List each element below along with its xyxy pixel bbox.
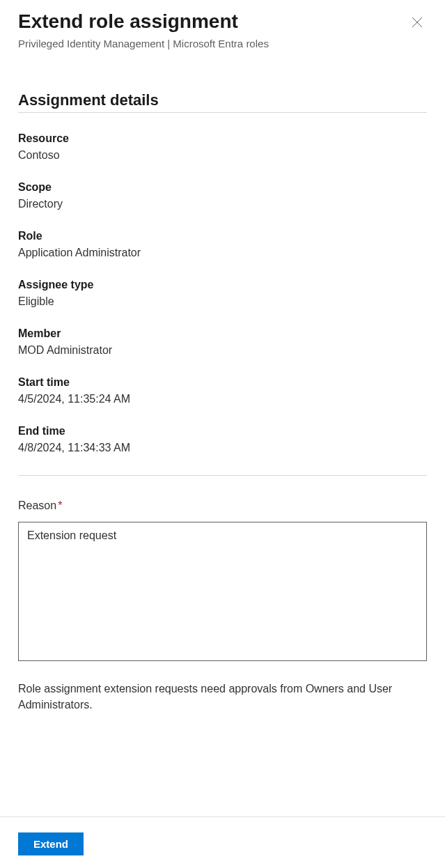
field-label-end-time: End time <box>18 425 427 437</box>
field-label-reason: Reason* <box>18 499 427 512</box>
field-value-scope: Directory <box>18 198 427 210</box>
field-role: Role Application Administrator <box>18 230 427 259</box>
section-title-assignment-details: Assignment details <box>18 91 427 113</box>
close-icon <box>412 17 423 28</box>
reason-textarea[interactable] <box>18 522 427 661</box>
close-button[interactable] <box>407 13 427 34</box>
field-reason: Reason* <box>18 499 427 664</box>
panel-header: Extend role assignment Privileged Identi… <box>18 10 427 49</box>
field-scope: Scope Directory <box>18 181 427 210</box>
panel-footer: Extend <box>0 816 445 868</box>
panel-title: Extend role assignment <box>18 10 407 33</box>
field-value-resource: Contoso <box>18 149 427 162</box>
approval-info-text: Role assignment extension requests need … <box>18 681 427 713</box>
field-label-resource: Resource <box>18 132 427 145</box>
field-label-start-time: Start time <box>18 376 427 389</box>
divider <box>18 475 427 476</box>
required-indicator: * <box>58 499 62 511</box>
field-value-start-time: 4/5/2024, 11:35:24 AM <box>18 393 427 405</box>
extend-button[interactable]: Extend <box>18 832 84 855</box>
field-value-member: MOD Administrator <box>18 344 427 357</box>
field-value-assignee-type: Eligible <box>18 295 427 308</box>
field-value-end-time: 4/8/2024, 11:34:33 AM <box>18 442 427 454</box>
field-end-time: End time 4/8/2024, 11:34:33 AM <box>18 425 427 454</box>
field-member: Member MOD Administrator <box>18 327 427 357</box>
reason-label-text: Reason <box>18 499 56 511</box>
field-label-scope: Scope <box>18 181 427 194</box>
field-label-assignee-type: Assignee type <box>18 279 427 291</box>
field-label-role: Role <box>18 230 427 242</box>
field-assignee-type: Assignee type Eligible <box>18 279 427 308</box>
field-value-role: Application Administrator <box>18 247 427 259</box>
field-resource: Resource Contoso <box>18 132 427 162</box>
panel-subtitle: Privileged Identity Management | Microso… <box>18 38 407 49</box>
field-label-member: Member <box>18 327 427 340</box>
field-start-time: Start time 4/5/2024, 11:35:24 AM <box>18 376 427 405</box>
